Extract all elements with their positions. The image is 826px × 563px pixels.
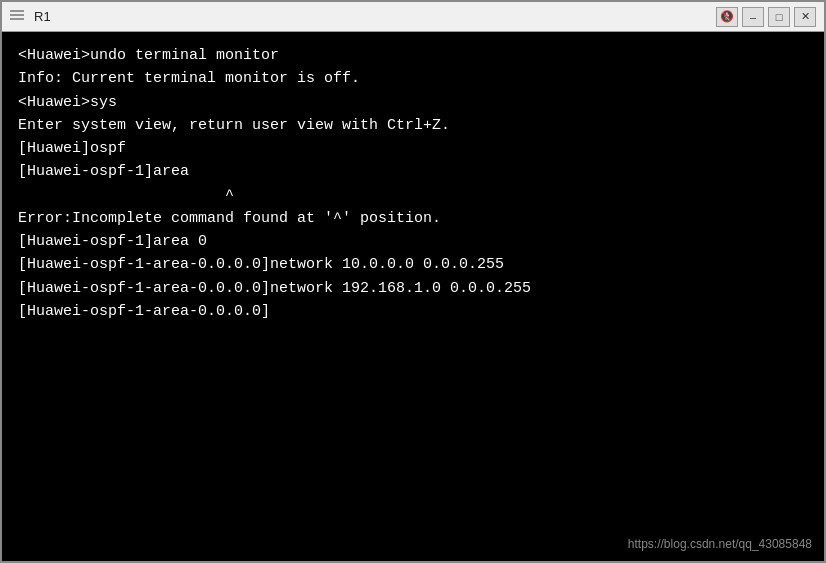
restore-icon: 🚷 [720, 10, 734, 23]
window-title: R1 [34, 9, 51, 24]
watermark: https://blog.csdn.net/qq_43085848 [628, 537, 812, 551]
close-button[interactable]: ✕ [794, 7, 816, 27]
minimize-icon: – [750, 11, 756, 23]
terminal-body[interactable]: <Huawei>undo terminal monitorInfo: Curre… [2, 32, 824, 561]
maximize-icon: □ [776, 11, 783, 23]
title-bar: R1 🚷 – □ ✕ [2, 2, 824, 32]
minimize-button[interactable]: – [742, 7, 764, 27]
restore-button[interactable]: 🚷 [716, 7, 738, 27]
maximize-button[interactable]: □ [768, 7, 790, 27]
terminal-output: <Huawei>undo terminal monitorInfo: Curre… [18, 44, 808, 323]
title-bar-left: R1 [10, 9, 51, 24]
close-icon: ✕ [801, 10, 810, 23]
window-controls: 🚷 – □ ✕ [716, 7, 816, 27]
terminal-window: R1 🚷 – □ ✕ <Huawei>undo terminal monitor… [0, 0, 826, 563]
window-icon [10, 10, 24, 24]
